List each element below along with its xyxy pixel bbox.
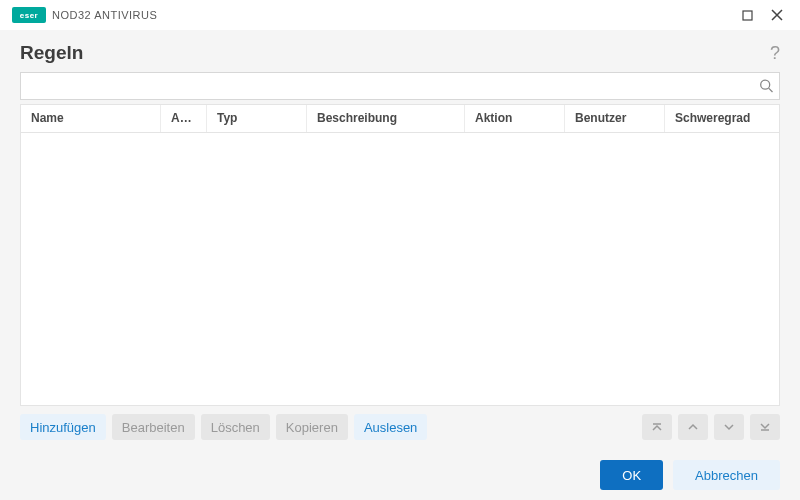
move-top-button: [642, 414, 672, 440]
move-down-button: [714, 414, 744, 440]
dialog-footer: OK Abbrechen: [0, 450, 800, 500]
table-header-row: Name Aktivi... Typ Beschreibung Aktion B…: [21, 105, 779, 133]
search-icon[interactable]: [759, 79, 774, 94]
col-active[interactable]: Aktivi...: [161, 105, 207, 132]
brand-logo: eser: [12, 7, 46, 23]
svg-point-1: [761, 80, 770, 89]
ok-button[interactable]: OK: [600, 460, 663, 490]
col-severity[interactable]: Schweregrad: [665, 105, 779, 132]
add-button[interactable]: Hinzufügen: [20, 414, 106, 440]
col-name[interactable]: Name: [21, 105, 161, 132]
page-header: Regeln ?: [0, 30, 800, 72]
table-body: [21, 133, 779, 405]
col-action[interactable]: Aktion: [465, 105, 565, 132]
toolbar: Hinzufügen Bearbeiten Löschen Kopieren A…: [20, 406, 780, 448]
col-type[interactable]: Typ: [207, 105, 307, 132]
titlebar: eser NOD32 ANTIVIRUS: [0, 0, 800, 30]
col-user[interactable]: Benutzer: [565, 105, 665, 132]
help-icon[interactable]: ?: [770, 43, 780, 64]
brand-product: NOD32 ANTIVIRUS: [52, 9, 157, 21]
close-icon[interactable]: [762, 0, 792, 30]
brand: eser NOD32 ANTIVIRUS: [12, 7, 157, 23]
move-up-button: [678, 414, 708, 440]
cancel-button[interactable]: Abbrechen: [673, 460, 780, 490]
svg-rect-0: [743, 11, 752, 20]
delete-button: Löschen: [201, 414, 270, 440]
copy-button: Kopieren: [276, 414, 348, 440]
search-row: [20, 72, 780, 100]
maximize-icon[interactable]: [732, 0, 762, 30]
page-title: Regeln: [20, 42, 770, 64]
rules-table: Name Aktivi... Typ Beschreibung Aktion B…: [20, 104, 780, 406]
edit-button: Bearbeiten: [112, 414, 195, 440]
search-input[interactable]: [20, 72, 780, 100]
col-description[interactable]: Beschreibung: [307, 105, 465, 132]
move-bottom-button: [750, 414, 780, 440]
read-button[interactable]: Auslesen: [354, 414, 427, 440]
